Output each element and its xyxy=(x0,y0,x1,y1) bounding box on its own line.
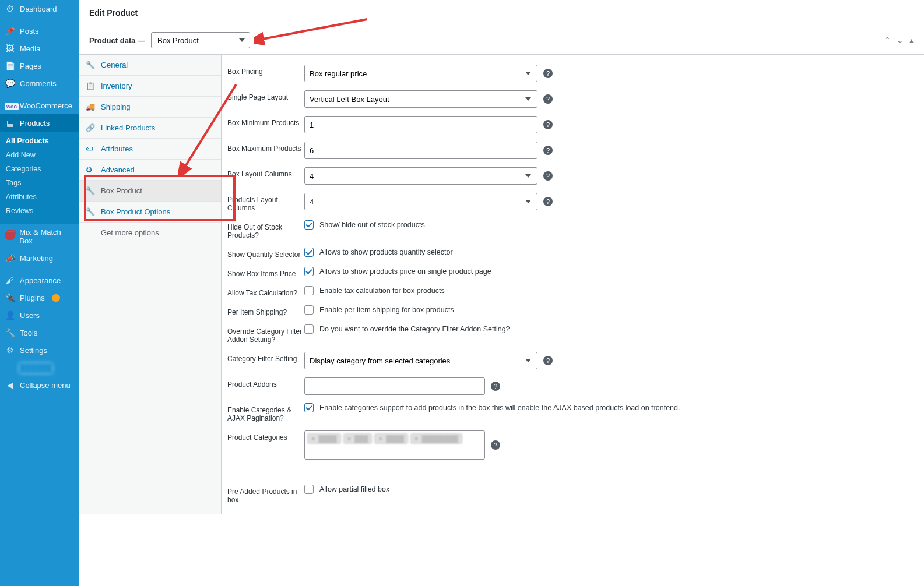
menu-marketing[interactable]: 📣Marketing xyxy=(0,249,79,267)
menu-tools[interactable]: 🔧Tools xyxy=(0,324,79,341)
inventory-icon: 📋 xyxy=(86,82,95,90)
checkbox-tax[interactable] xyxy=(304,286,314,295)
submenu-attributes[interactable]: Attributes xyxy=(0,190,79,204)
category-tag[interactable]: ×████ xyxy=(307,433,341,444)
page-title: Edit Product xyxy=(79,0,924,26)
appearance-icon: 🖌 xyxy=(5,276,15,285)
label-tax: Allow Tax Calculation? xyxy=(227,286,304,297)
checkbox-qty-selector[interactable] xyxy=(304,248,314,257)
pages-icon: 📄 xyxy=(5,61,15,70)
menu-products[interactable]: ▤Products xyxy=(0,114,79,132)
wrench-icon: 🔧 xyxy=(86,207,95,216)
pin-icon: 📌 xyxy=(5,26,15,36)
desc-items-price: Allows to show products price on single … xyxy=(319,267,491,276)
menu-collapse[interactable]: ◀Collapse menu xyxy=(0,376,79,394)
label-box-layout-cols: Box Layout Columns xyxy=(227,167,304,178)
label-single-page-layout: Single Page Layout xyxy=(227,90,304,101)
menu-media[interactable]: 🖼Media xyxy=(0,40,79,57)
woocommerce-icon: woo xyxy=(5,101,15,110)
gear-icon: ⚙ xyxy=(86,165,95,174)
product-type-select[interactable]: Box Product xyxy=(151,32,250,48)
panel-move-down-icon[interactable]: ⌄ xyxy=(897,36,904,45)
truck-icon: 🚚 xyxy=(86,103,95,111)
category-tag[interactable]: ×████ xyxy=(374,433,408,444)
menu-woocommerce[interactable]: wooWooCommerce xyxy=(0,97,79,114)
tab-linked-products[interactable]: 🔗Linked Products xyxy=(79,118,221,139)
submenu-tags[interactable]: Tags xyxy=(0,176,79,190)
menu-posts[interactable]: 📌Posts xyxy=(0,22,79,40)
checkbox-override-cat[interactable] xyxy=(304,324,314,334)
help-icon[interactable]: ? xyxy=(543,146,553,155)
wrench-icon: 🔧 xyxy=(86,61,95,69)
tab-box-product[interactable]: 🔧Box Product xyxy=(79,181,221,202)
products-submenu: All Products Add New Categories Tags Att… xyxy=(0,132,79,224)
select-box-pricing[interactable]: Box regular price xyxy=(304,65,537,82)
main-content: Edit Product Product data — Box Product … xyxy=(79,0,924,586)
wrench-icon: 🔧 xyxy=(86,186,95,195)
checkbox-enable-cat-ajax[interactable] xyxy=(304,403,314,412)
menu-hidden[interactable]: ██████ xyxy=(0,359,79,376)
help-icon[interactable]: ? xyxy=(543,69,553,78)
help-icon[interactable]: ? xyxy=(543,120,553,129)
help-icon[interactable]: ? xyxy=(543,197,553,206)
panel-toggle-icon[interactable]: ▴ xyxy=(909,36,914,45)
submenu-add-new[interactable]: Add New xyxy=(0,148,79,162)
help-icon[interactable]: ? xyxy=(543,94,553,104)
input-box-min[interactable] xyxy=(304,116,537,133)
input-box-max[interactable] xyxy=(304,142,537,159)
media-icon: 🖼 xyxy=(5,44,15,53)
menu-settings[interactable]: ⚙Settings xyxy=(0,341,79,359)
menu-users[interactable]: 👤Users xyxy=(0,306,79,324)
tab-general[interactable]: 🔧General xyxy=(79,55,221,76)
label-qty-selector: Show Quantity Selector xyxy=(227,248,304,259)
menu-appearance[interactable]: 🖌Appearance xyxy=(0,271,79,289)
plugin-update-badge xyxy=(52,294,61,302)
users-icon: 👤 xyxy=(5,310,15,320)
select-products-layout-cols[interactable]: 4 xyxy=(304,193,537,210)
mix-match-icon xyxy=(5,232,15,242)
category-tag[interactable]: ×████████ xyxy=(410,433,462,444)
checkbox-pre-added[interactable] xyxy=(304,485,314,494)
desc-pre-added: Allow partial filled box xyxy=(319,485,389,493)
help-icon[interactable]: ? xyxy=(491,382,500,391)
label-pre-added: Pre Added Products in box xyxy=(227,485,304,504)
menu-plugins[interactable]: 🔌Plugins xyxy=(0,289,79,306)
submenu-all-products[interactable]: All Products xyxy=(0,134,79,148)
product-categories-tagbox[interactable]: ×████ ×███ ×████ ×████████ xyxy=(304,430,485,460)
product-data-panel: Product data — Box Product ⌃ ⌄ ▴ 🔧Genera… xyxy=(79,26,924,514)
help-icon[interactable]: ? xyxy=(543,171,553,181)
marketing-icon: 📣 xyxy=(5,253,15,263)
tab-get-more-options[interactable]: Get more options xyxy=(79,223,221,243)
menu-comments[interactable]: 💬Comments xyxy=(0,75,79,92)
admin-sidebar: ⏱Dashboard 📌Posts 🖼Media 📄Pages 💬Comment… xyxy=(0,0,79,586)
category-tag[interactable]: ×███ xyxy=(343,433,373,444)
submenu-reviews[interactable]: Reviews xyxy=(0,204,79,218)
checkbox-per-ship[interactable] xyxy=(304,305,314,315)
input-product-addons[interactable] xyxy=(304,377,485,395)
submenu-categories[interactable]: Categories xyxy=(0,162,79,176)
menu-pages[interactable]: 📄Pages xyxy=(0,57,79,75)
select-box-layout-cols[interactable]: 4 xyxy=(304,167,537,185)
menu-dashboard[interactable]: ⏱Dashboard xyxy=(0,0,79,17)
menu-mix-match[interactable]: Mix & Match Box xyxy=(0,224,79,249)
tab-inventory[interactable]: 📋Inventory xyxy=(79,76,221,97)
checkbox-items-price[interactable] xyxy=(304,267,314,276)
panel-move-up-icon[interactable]: ⌃ xyxy=(884,36,891,45)
help-icon[interactable]: ? xyxy=(491,440,500,450)
desc-qty-selector: Allows to show products quantity selecto… xyxy=(319,248,453,256)
tab-box-product-options[interactable]: 🔧Box Product Options xyxy=(79,202,221,223)
label-enable-cat-ajax: Enable Categories & AJAX Pagination? xyxy=(227,403,304,422)
tab-shipping[interactable]: 🚚Shipping xyxy=(79,97,221,118)
desc-per-ship: Enable per item shipping for box product… xyxy=(319,306,454,314)
tab-attributes[interactable]: 🏷Attributes xyxy=(79,139,221,160)
link-icon: 🔗 xyxy=(86,123,95,132)
help-icon[interactable]: ? xyxy=(543,356,553,365)
dashboard-icon: ⏱ xyxy=(5,4,15,13)
label-override-cat: Override Category Filter Addon Setting? xyxy=(227,324,304,344)
label-hide-oos: Hide Out of Stock Products? xyxy=(227,220,304,239)
select-single-page-layout[interactable]: Vertical Left Box Layout xyxy=(304,90,537,108)
tab-advanced[interactable]: ⚙Advanced xyxy=(79,160,221,181)
checkbox-hide-oos[interactable] xyxy=(304,220,314,230)
select-cat-filter[interactable]: Display category from selected categorie… xyxy=(304,352,537,369)
product-data-label: Product data — xyxy=(89,36,145,45)
